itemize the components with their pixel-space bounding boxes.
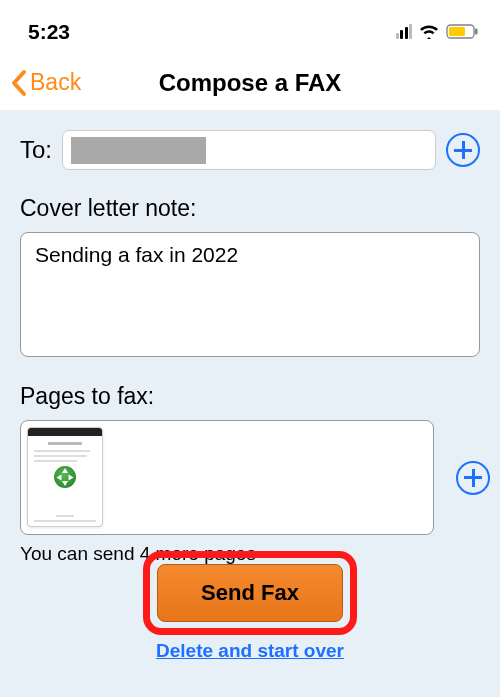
battery-icon: [446, 24, 478, 39]
pages-row: [20, 420, 480, 535]
add-recipient-button[interactable]: [446, 133, 480, 167]
chevron-left-icon: [10, 69, 28, 97]
svg-rect-2: [475, 29, 478, 35]
send-highlight-frame: Send Fax: [143, 551, 357, 635]
cover-letter-label: Cover letter note:: [20, 195, 480, 222]
main-content: To: Cover letter note: Pages to fax: You…: [0, 110, 500, 697]
recipient-redacted: [71, 137, 206, 164]
send-fax-button[interactable]: Send Fax: [157, 564, 343, 622]
to-label: To:: [20, 136, 52, 164]
pages-container[interactable]: [20, 420, 434, 535]
cover-note-input[interactable]: [20, 232, 480, 357]
cellular-signal-icon: [396, 24, 413, 39]
status-icons: [396, 24, 479, 39]
expand-icon: [52, 464, 78, 490]
svg-rect-1: [449, 27, 465, 36]
to-row: To:: [20, 130, 480, 170]
nav-bar: Back Compose a FAX: [0, 55, 500, 110]
back-button[interactable]: Back: [10, 69, 81, 97]
page-thumbnail[interactable]: [27, 427, 103, 527]
status-time: 5:23: [28, 20, 70, 44]
wifi-icon: [419, 24, 439, 39]
pages-label: Pages to fax:: [20, 383, 480, 410]
add-page-button[interactable]: [456, 461, 490, 495]
to-input[interactable]: [62, 130, 436, 170]
back-label: Back: [30, 69, 81, 96]
status-bar: 5:23: [0, 0, 500, 55]
delete-start-over-link[interactable]: Delete and start over: [156, 640, 344, 662]
